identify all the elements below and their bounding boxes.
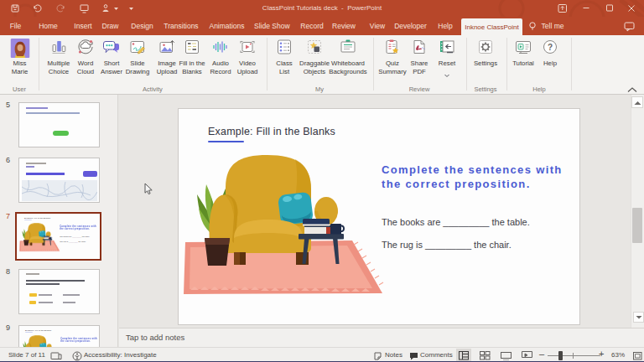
svg-text:?: ? [548, 43, 553, 52]
